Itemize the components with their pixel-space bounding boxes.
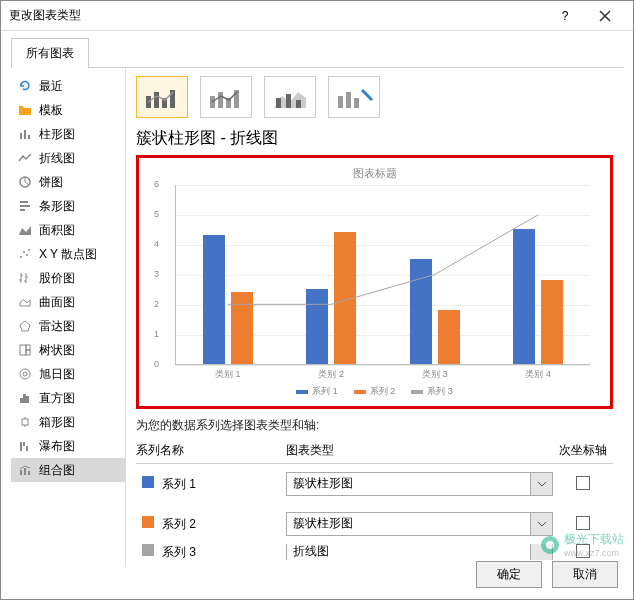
svg-rect-38 (346, 92, 351, 108)
svg-rect-24 (24, 468, 26, 475)
sidebar-item-label: X Y 散点图 (39, 246, 97, 263)
combo-subtype-1[interactable] (136, 76, 188, 118)
sidebar-item-stock[interactable]: 股价图 (11, 266, 125, 290)
sidebar-item-label: 旭日图 (39, 366, 75, 383)
svg-point-15 (23, 372, 27, 376)
sidebar-item-radar[interactable]: 雷达图 (11, 314, 125, 338)
sidebar-item-label: 树状图 (39, 342, 75, 359)
sidebar-item-histogram[interactable]: 直方图 (11, 386, 125, 410)
dialog-body: 最近 模板 柱形图 折线图 饼图 条形图 面积图 X Y 散点图 股价图 曲面图… (11, 67, 623, 567)
series-config-prompt: 为您的数据系列选择图表类型和轴: (136, 417, 613, 434)
combo-subtype-thumbs (136, 76, 613, 118)
sidebar-item-label: 雷达图 (39, 318, 75, 335)
box-plot-icon (17, 414, 33, 430)
radar-chart-icon (17, 318, 33, 334)
surface-chart-icon (17, 294, 33, 310)
svg-point-14 (20, 369, 30, 379)
sidebar-item-combo[interactable]: 组合图 (11, 458, 125, 482)
sidebar-item-waterfall[interactable]: 瀑布图 (11, 434, 125, 458)
sidebar-item-line[interactable]: 折线图 (11, 146, 125, 170)
legend-item-3: 系列 3 (411, 385, 453, 398)
chart-type-title: 簇状柱形图 - 折线图 (136, 128, 613, 149)
sidebar-item-scatter[interactable]: X Y 散点图 (11, 242, 125, 266)
dropdown-button[interactable] (531, 472, 553, 496)
svg-rect-17 (23, 394, 26, 403)
column-chart-icon (17, 126, 33, 142)
svg-rect-31 (218, 92, 223, 108)
chart-legend: 系列 1 系列 2 系列 3 (145, 385, 604, 398)
tab-all-charts[interactable]: 所有图表 (11, 38, 89, 68)
svg-rect-0 (20, 133, 22, 139)
col-secondary-axis: 次坐标轴 (553, 442, 613, 459)
sidebar-item-label: 瀑布图 (39, 438, 75, 455)
svg-rect-11 (20, 345, 26, 355)
sidebar-item-pie[interactable]: 饼图 (11, 170, 125, 194)
sidebar-item-bar[interactable]: 条形图 (11, 194, 125, 218)
sidebar-item-area[interactable]: 面积图 (11, 218, 125, 242)
bar-chart-icon (17, 198, 33, 214)
watermark: 极光下载站 www.xz7.com (540, 531, 624, 558)
chart-category-sidebar: 最近 模板 柱形图 折线图 饼图 条形图 面积图 X Y 散点图 股价图 曲面图… (11, 68, 126, 567)
histogram-icon (17, 390, 33, 406)
watermark-url: www.xz7.com (564, 548, 624, 558)
svg-rect-2 (28, 135, 30, 139)
svg-rect-27 (154, 92, 159, 108)
tab-strip: 所有图表 (1, 31, 633, 67)
series-type-select[interactable]: 簇状柱形图 (286, 472, 553, 496)
secondary-axis-cell (553, 476, 613, 493)
sidebar-item-label: 折线图 (39, 150, 75, 167)
sidebar-item-column[interactable]: 柱形图 (11, 122, 125, 146)
series-type-value: 簇状柱形图 (286, 512, 531, 536)
secondary-axis-checkbox[interactable] (576, 516, 590, 530)
sidebar-item-label: 条形图 (39, 198, 75, 215)
sidebar-item-box[interactable]: 箱形图 (11, 410, 125, 434)
svg-rect-6 (20, 209, 25, 211)
secondary-axis-checkbox[interactable] (576, 476, 590, 490)
svg-rect-13 (26, 350, 30, 355)
dialog-footer: 确定 取消 (476, 561, 618, 588)
chart-preview[interactable]: 图表标题 0123456类别 1类别 2类别 3类别 4 系列 1 系列 2 系… (136, 155, 613, 409)
sidebar-item-label: 股价图 (39, 270, 75, 287)
legend-item-1: 系列 1 (296, 385, 338, 398)
treemap-icon (17, 342, 33, 358)
sidebar-item-recent[interactable]: 最近 (11, 74, 125, 98)
chart-area: 0123456类别 1类别 2类别 3类别 4 (175, 185, 590, 365)
svg-rect-22 (26, 446, 28, 451)
svg-rect-21 (23, 442, 25, 446)
svg-rect-23 (20, 470, 22, 475)
svg-point-8 (23, 251, 25, 253)
sidebar-item-surface[interactable]: 曲面图 (11, 290, 125, 314)
svg-rect-25 (28, 471, 30, 475)
combo-subtype-2[interactable] (200, 76, 252, 118)
sidebar-item-sunburst[interactable]: 旭日图 (11, 362, 125, 386)
sunburst-icon (17, 366, 33, 382)
svg-rect-36 (296, 100, 301, 108)
ok-button[interactable]: 确定 (476, 561, 542, 588)
cancel-button[interactable]: 取消 (552, 561, 618, 588)
folder-icon (17, 102, 33, 118)
svg-rect-18 (26, 396, 29, 403)
chevron-down-icon (537, 521, 547, 527)
change-chart-type-dialog: 更改图表类型 ? 所有图表 最近 模板 柱形图 折线图 饼图 条形图 面积图 X… (0, 0, 634, 600)
help-button[interactable]: ? (545, 2, 585, 30)
close-button[interactable] (585, 2, 625, 30)
combo-subtype-custom[interactable] (328, 76, 380, 118)
sidebar-item-treemap[interactable]: 树状图 (11, 338, 125, 362)
sidebar-item-templates[interactable]: 模板 (11, 98, 125, 122)
main-panel: 簇状柱形图 - 折线图 图表标题 0123456类别 1类别 2类别 3类别 4… (126, 68, 623, 567)
series-type-select[interactable]: 簇状柱形图 (286, 512, 553, 536)
dialog-title: 更改图表类型 (9, 7, 545, 24)
stock-chart-icon (17, 270, 33, 286)
scatter-chart-icon (17, 246, 33, 262)
series-row: 系列 1 簇状柱形图 (136, 464, 613, 504)
col-series-name: 系列名称 (136, 442, 286, 459)
titlebar: 更改图表类型 ? (1, 1, 633, 31)
col-chart-type: 图表类型 (286, 442, 553, 459)
svg-rect-5 (20, 205, 30, 207)
svg-rect-12 (26, 345, 30, 350)
sidebar-item-label: 模板 (39, 102, 63, 119)
series-name-cell: 系列 2 (136, 516, 286, 533)
svg-rect-20 (20, 442, 22, 451)
combo-subtype-3[interactable] (264, 76, 316, 118)
svg-rect-39 (354, 98, 359, 108)
